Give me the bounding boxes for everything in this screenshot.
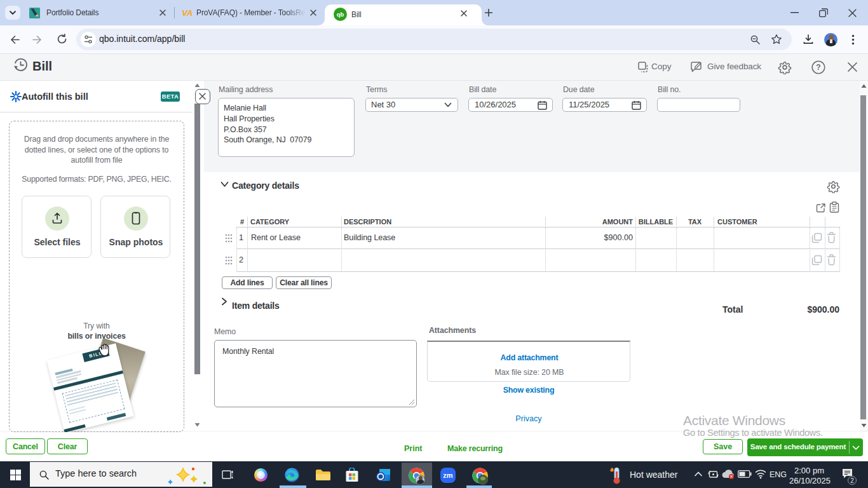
svg-text:qb: qb: [337, 11, 344, 18]
svg-text:?: ?: [816, 63, 820, 72]
